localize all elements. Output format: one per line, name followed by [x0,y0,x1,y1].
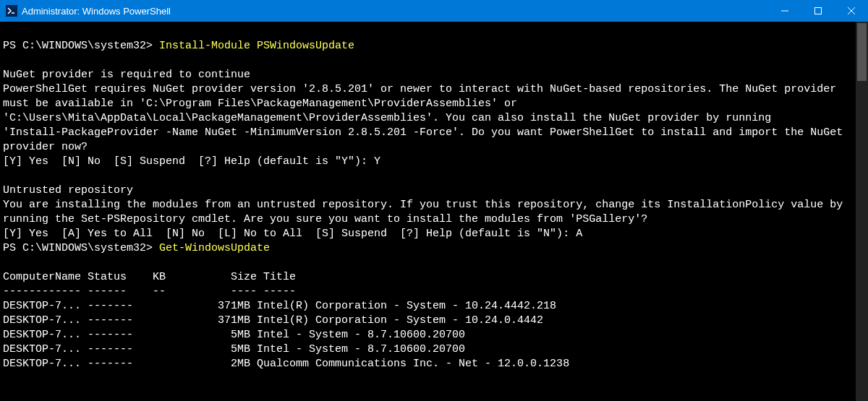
powershell-icon [6,5,17,17]
table-row: DESKTOP-7... ------- 2MB Qualcomm Commun… [3,358,569,370]
table-row: DESKTOP-7... ------- 371MB Intel(R) Corp… [3,314,543,327]
prompt-path: PS C:\WINDOWS\system32> [3,242,159,254]
svg-rect-2 [815,8,822,14]
maximize-button[interactable] [801,0,835,22]
table-row: DESKTOP-7... ------- 371MB Intel(R) Corp… [3,300,556,312]
nuget-line: provider now? [3,141,88,153]
close-button[interactable] [835,0,868,22]
scrollbar[interactable] [856,22,868,401]
command-text: Install-Module PSWindowsUpdate [159,40,354,52]
minimize-button[interactable] [768,0,801,22]
nuget-heading: NuGet provider is required to continue [3,69,250,81]
nuget-line: 'Install-PackageProvider -Name NuGet -Mi… [3,126,843,139]
prompt-path: PS C:\WINDOWS\system32> [3,40,159,52]
scrollbar-thumb[interactable] [857,23,867,81]
window-controls [768,0,868,22]
untrusted-options: [Y] Yes [A] Yes to All [N] No [L] No to … [3,228,582,240]
titlebar[interactable]: Administrator: Windows PowerShell [0,0,868,22]
table-header: ComputerName Status KB Size Title [3,271,296,283]
command-text: Get-WindowsUpdate [159,242,270,254]
untrusted-line: running the Set-PSRepository cmdlet. Are… [3,213,647,225]
terminal-output[interactable]: PS C:\WINDOWS\system32> Install-Module P… [0,22,868,401]
nuget-line: must be available in 'C:\Program Files\P… [3,98,517,110]
nuget-line: 'C:\Users\Mita\AppData\Local\PackageMana… [3,112,771,124]
nuget-options: [Y] Yes [N] No [S] Suspend [?] Help (def… [3,155,380,168]
nuget-line: PowerShellGet requires NuGet provider ve… [3,83,836,95]
window-title: Administrator: Windows PowerShell [22,6,768,17]
table-divider: ------------ ------ -- ---- ----- [3,285,296,298]
table-row: DESKTOP-7... ------- 5MB Intel - System … [3,343,465,355]
table-row: DESKTOP-7... ------- 5MB Intel - System … [3,329,465,341]
untrusted-line: You are installing the modules from an u… [3,199,843,211]
untrusted-heading: Untrusted repository [3,184,133,197]
